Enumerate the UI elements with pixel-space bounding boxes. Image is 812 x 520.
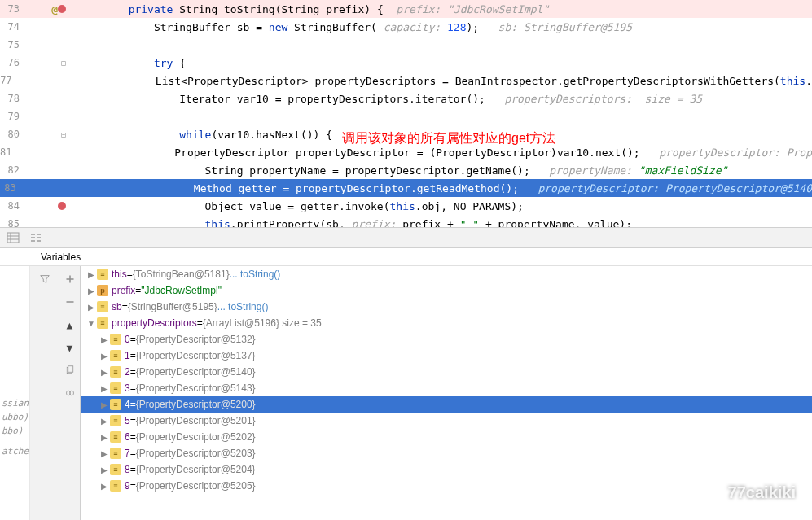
variable-row[interactable]: ▶pprefix = "JdbcRowSetImpl" xyxy=(81,282,812,299)
copy-icon[interactable] xyxy=(62,362,78,378)
variable-row[interactable]: ▶≡this = {ToStringBean@5181} ... toStrin… xyxy=(81,266,812,282)
code-line[interactable]: 83 Method getter = propertyDescriptor.ge… xyxy=(0,179,812,197)
variable-name: 3 xyxy=(125,382,130,394)
up-icon[interactable]: ▲ xyxy=(62,317,78,333)
breakpoint-icon[interactable] xyxy=(58,5,66,13)
annotation-text: 调用该对象的所有属性对应的get方法 xyxy=(342,130,555,147)
type-badge-icon: ≡ xyxy=(110,431,121,443)
variable-value: "JdbcRowSetImpl" xyxy=(141,285,222,296)
variable-value: {PropertyDescriptor@5143} xyxy=(136,382,256,394)
variable-row[interactable]: ▶≡2 = {PropertyDescriptor@5140} xyxy=(81,364,812,380)
expander-icon[interactable]: ▶ xyxy=(99,482,110,491)
line-number: 84 xyxy=(0,200,24,212)
variable-value: {PropertyDescriptor@5200} xyxy=(136,399,256,410)
svg-point-6 xyxy=(66,391,70,395)
fold-icon[interactable]: ⊟ xyxy=(61,59,66,68)
expander-icon[interactable]: ▶ xyxy=(99,417,110,426)
frames-pane[interactable]: ssian2,ubbo)bbo)atcher, xyxy=(0,266,30,520)
variable-value: {PropertyDescriptor@5132} xyxy=(136,334,256,345)
frame-item[interactable]: atcher, xyxy=(0,444,29,458)
code-line[interactable]: 74 StringBuffer sb = new StringBuffer( c… xyxy=(0,18,812,36)
code-line[interactable]: 82 String propertyName = propertyDescrip… xyxy=(0,161,812,179)
line-number: 79 xyxy=(0,111,24,122)
variable-row[interactable]: ▶≡8 = {PropertyDescriptor@5204} xyxy=(81,461,812,478)
code-line[interactable]: 75 xyxy=(0,36,812,54)
frame-item[interactable]: bbo) xyxy=(0,424,29,438)
expander-icon[interactable]: ▶ xyxy=(99,433,110,442)
frame-item[interactable]: ssian2, xyxy=(0,396,29,410)
expander-icon[interactable]: ▶ xyxy=(86,286,97,295)
expander-icon[interactable]: ▶ xyxy=(99,465,110,474)
variable-row[interactable]: ▶≡5 = {PropertyDescriptor@5201} xyxy=(81,413,812,429)
type-badge-icon: ≡ xyxy=(97,317,108,329)
table-icon[interactable] xyxy=(7,231,20,244)
expander-icon[interactable]: ▶ xyxy=(99,400,110,409)
gutter-icons[interactable]: ⊟ xyxy=(24,130,69,139)
type-badge-icon: ≡ xyxy=(97,301,108,312)
variable-name: 5 xyxy=(125,415,130,426)
debug-panel: ssian2,ubbo)bbo)atcher, ▲ ▼ ▶≡this = {To… xyxy=(0,266,812,520)
code-line[interactable]: 85 this.printProperty(sb, prefix: prefix… xyxy=(0,215,812,228)
tostring-link[interactable]: ... toString() xyxy=(230,269,281,280)
override-icon[interactable]: @ xyxy=(51,3,58,15)
code-content[interactable]: Method getter = propertyDescriptor.getRe… xyxy=(58,182,812,194)
down-icon[interactable]: ▼ xyxy=(62,339,78,356)
breakpoint-icon[interactable] xyxy=(58,202,66,210)
threads-icon[interactable] xyxy=(29,231,42,244)
variable-row[interactable]: ▶≡7 = {PropertyDescriptor@5203} xyxy=(81,445,812,461)
gutter-icons[interactable]: ⊟ xyxy=(24,59,69,68)
code-line[interactable]: 73@ private String toString(String prefi… xyxy=(0,0,812,18)
type-badge-icon: ≡ xyxy=(110,334,121,345)
variable-row[interactable]: ▶≡6 = {PropertyDescriptor@5202} xyxy=(81,429,812,445)
add-icon[interactable] xyxy=(62,271,78,287)
line-number: 74 xyxy=(0,21,24,33)
type-badge-icon: ≡ xyxy=(110,382,121,394)
expander-icon[interactable]: ▶ xyxy=(86,303,97,312)
code-content[interactable]: private String toString(String prefix) {… xyxy=(69,3,812,15)
tostring-link[interactable]: ... toString() xyxy=(217,301,269,312)
code-content[interactable]: this.printProperty(sb, prefix: prefix + … xyxy=(69,218,812,229)
code-editor[interactable]: 73@ private String toString(String prefi… xyxy=(0,0,812,228)
code-content[interactable]: StringBuffer sb = new StringBuffer( capa… xyxy=(69,21,812,33)
expander-icon[interactable]: ▼ xyxy=(86,319,97,328)
code-content[interactable]: try { xyxy=(69,57,812,69)
expander-icon[interactable]: ▶ xyxy=(99,352,110,361)
code-line[interactable]: 77 List<PropertyDescriptor> propertyDesc… xyxy=(0,72,812,90)
variable-name: 7 xyxy=(125,448,130,459)
svg-rect-0 xyxy=(7,233,19,243)
line-number: 76 xyxy=(0,57,24,68)
code-content[interactable]: PropertyDescriptor propertyDescriptor = … xyxy=(39,146,812,159)
code-line[interactable]: 78 Iterator var10 = propertyDescriptors.… xyxy=(0,90,812,107)
variable-value: {PropertyDescriptor@5140} xyxy=(136,366,256,378)
variable-value: {PropertyDescriptor@5205} xyxy=(136,480,256,492)
variable-row[interactable]: ▼≡propertyDescriptors = {ArrayList@5196}… xyxy=(81,315,812,331)
code-line[interactable]: 76⊟ try { xyxy=(0,54,812,72)
gutter-icons[interactable] xyxy=(24,202,69,210)
expander-icon[interactable]: ▶ xyxy=(99,449,110,458)
expander-icon[interactable]: ▶ xyxy=(99,335,110,344)
variable-row[interactable]: ▶≡sb = {StringBuffer@5195} ... toString(… xyxy=(81,299,812,315)
variable-row[interactable]: ▶≡1 = {PropertyDescriptor@5137} xyxy=(81,347,812,364)
code-content[interactable]: Object value = getter.invoke(this.obj, N… xyxy=(69,200,812,212)
gutter-icons[interactable]: @ xyxy=(24,3,69,15)
code-content[interactable]: Iterator var10 = propertyDescriptors.ite… xyxy=(69,93,812,105)
variable-name: propertyDescriptors xyxy=(112,317,197,329)
variable-row[interactable]: ▶≡4 = {PropertyDescriptor@5200} xyxy=(81,396,812,413)
link-icon[interactable] xyxy=(62,385,78,401)
frame-item[interactable]: ubbo) xyxy=(0,410,29,424)
expander-icon[interactable]: ▶ xyxy=(86,270,97,279)
code-line[interactable]: 79 xyxy=(0,107,812,125)
variable-name: prefix xyxy=(112,285,135,296)
code-content[interactable]: String propertyName = propertyDescriptor… xyxy=(69,164,812,177)
variable-row[interactable]: ▶≡0 = {PropertyDescriptor@5132} xyxy=(81,331,812,347)
variable-name: 0 xyxy=(125,334,130,345)
filter-icon[interactable] xyxy=(37,271,53,287)
code-content[interactable]: List<PropertyDescriptor> propertyDescrip… xyxy=(46,75,812,87)
variable-row[interactable]: ▶≡3 = {PropertyDescriptor@5143} xyxy=(81,380,812,396)
debug-side-toolbar-1 xyxy=(30,266,59,520)
fold-icon[interactable]: ⊟ xyxy=(61,130,66,139)
expander-icon[interactable]: ▶ xyxy=(99,368,110,377)
code-line[interactable]: 84 Object value = getter.invoke(this.obj… xyxy=(0,197,812,215)
expander-icon[interactable]: ▶ xyxy=(99,384,110,393)
remove-icon[interactable] xyxy=(62,294,78,310)
